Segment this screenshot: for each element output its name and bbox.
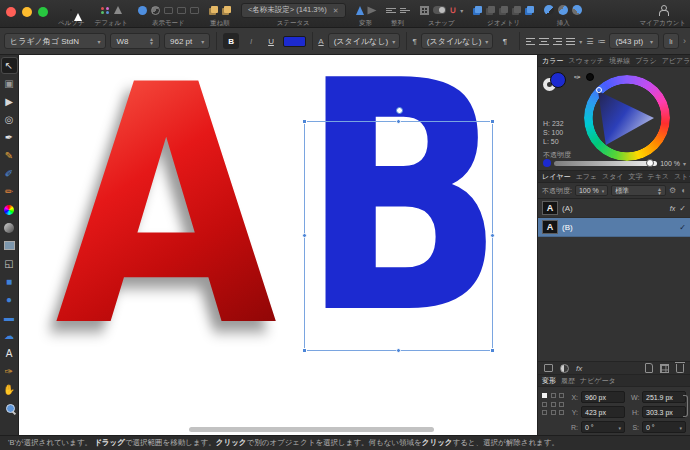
selection-handle-ne[interactable]	[490, 119, 495, 124]
snap-options-caret-icon[interactable]: ▾	[460, 7, 463, 14]
my-account-icon[interactable]	[658, 5, 668, 15]
vector-brush-tool-icon[interactable]: ✐	[1, 165, 18, 182]
character-style-select[interactable]: (スタイルなし)	[328, 33, 400, 49]
color-picker-tool-icon[interactable]: ✑	[1, 363, 18, 380]
color-opacity-value[interactable]: 100 %	[660, 160, 680, 167]
move-forward-icon[interactable]	[209, 6, 218, 15]
tab-layers[interactable]: レイヤー	[542, 172, 571, 182]
pixel-view-icon[interactable]	[151, 6, 160, 15]
new-layer-icon[interactable]	[645, 363, 653, 373]
italic-button[interactable]: I	[243, 33, 259, 49]
blend-options-gear-icon[interactable]: ⚙	[669, 186, 676, 195]
snap-toggle-icon[interactable]	[433, 6, 446, 14]
link-dimensions-icon[interactable]	[683, 395, 688, 417]
boolean-divide-icon[interactable]	[512, 6, 521, 15]
align-left-icon[interactable]	[386, 8, 396, 13]
delete-layer-icon[interactable]	[676, 364, 684, 373]
node-preset-icon[interactable]	[114, 6, 122, 14]
paragraph-style-select[interactable]: (スタイルなし)	[421, 33, 493, 49]
tab-text-styles[interactable]: テキス	[648, 172, 670, 182]
layer-row-a[interactable]: A (A) fx	[538, 199, 690, 218]
boolean-subtract-icon[interactable]	[486, 6, 495, 15]
font-weight-stepper-icon[interactable]: ▲▼	[149, 37, 154, 45]
leading-select[interactable]: (543 pt)	[609, 33, 659, 49]
align-right-text-icon[interactable]	[553, 37, 562, 46]
close-window-button[interactable]	[6, 7, 16, 17]
adjustment-layer-icon[interactable]	[560, 364, 569, 373]
new-group-icon[interactable]	[660, 364, 669, 373]
align-top-icon[interactable]	[400, 8, 410, 13]
text-color-swatch[interactable]	[283, 36, 305, 47]
numbered-list-icon[interactable]: ≔	[597, 37, 605, 46]
layer-b-visibility-checkbox[interactable]	[679, 223, 686, 232]
move-backward-icon[interactable]	[222, 6, 231, 15]
opacity-slider-knob[interactable]	[646, 159, 654, 167]
tab-appearance[interactable]: アピアランス	[662, 56, 690, 66]
tab-swatches[interactable]: スウォッチ	[568, 56, 604, 66]
align-center-text-icon[interactable]	[539, 37, 548, 46]
zoom-window-button[interactable]	[38, 7, 48, 17]
magnet-icon[interactable]: ∪	[450, 6, 457, 15]
opacity-caret-icon[interactable]: ▾	[683, 160, 686, 167]
pencil-tool-icon[interactable]: ✎	[1, 147, 18, 164]
bold-button[interactable]: B	[223, 33, 239, 49]
hand-tool-icon[interactable]: ✋	[1, 381, 18, 398]
document-title-pill[interactable]: <名称未設定> (141.3%)	[241, 3, 346, 18]
y-input[interactable]: 423 px	[581, 406, 625, 418]
tab-color[interactable]: カラー	[542, 56, 563, 66]
vector-view-icon[interactable]	[138, 6, 147, 15]
bullet-list-icon[interactable]: ☰	[586, 37, 593, 46]
layer-effects-icon[interactable]: fx	[576, 364, 582, 373]
place-image-tool-icon[interactable]	[1, 237, 18, 254]
tab-styles[interactable]: スタイ	[602, 172, 624, 182]
x-input[interactable]: 960 px	[581, 391, 625, 403]
node-tool-icon[interactable]: ▶	[1, 93, 18, 110]
selection-handle-s[interactable]	[396, 348, 401, 353]
close-document-icon[interactable]	[333, 6, 339, 15]
layer-a-fx-badge[interactable]: fx	[670, 205, 675, 212]
mask-layer-icon[interactable]	[544, 364, 553, 372]
fill-gradient-tool-icon[interactable]	[1, 201, 18, 218]
selection-handle-e[interactable]	[490, 233, 495, 238]
move-tool-icon[interactable]: ↖	[1, 57, 18, 74]
zoom-tool-icon[interactable]	[1, 399, 18, 416]
opacity-slider[interactable]	[554, 161, 657, 166]
rounded-rectangle-tool-icon[interactable]: ▬	[1, 309, 18, 326]
split-view-icon[interactable]	[164, 7, 173, 14]
r-input[interactable]: 0 °	[581, 421, 625, 433]
font-size-select[interactable]: 962 pt	[164, 33, 210, 49]
insert-behind-icon[interactable]	[558, 5, 568, 15]
custom-shape-tool-icon[interactable]: ☁	[1, 327, 18, 344]
align-justify-text-icon[interactable]	[566, 37, 575, 46]
rectangle-tool-icon[interactable]: ■	[1, 273, 18, 290]
fill-swatch-icon[interactable]	[550, 72, 566, 88]
layer-row-b-selected[interactable]: A (B)	[538, 218, 690, 237]
tab-stroke[interactable]: 境界線	[609, 56, 630, 66]
rotation-handle[interactable]	[396, 107, 403, 114]
color-dots-icon[interactable]	[101, 7, 110, 14]
horizontal-scrollbar[interactable]	[189, 427, 434, 432]
insert-inside-icon[interactable]	[544, 5, 554, 15]
designer-persona-button[interactable]	[70, 9, 72, 11]
blend-ranges-icon[interactable]: ◐	[681, 186, 686, 195]
selection-handle-w[interactable]	[302, 233, 307, 238]
selection-handle-sw[interactable]	[302, 348, 307, 353]
align-left-text-icon[interactable]	[526, 37, 535, 46]
boolean-intersect-icon[interactable]	[499, 6, 508, 15]
ellipse-tool-icon[interactable]: ●	[1, 291, 18, 308]
crop-tool-icon[interactable]: ◱	[1, 255, 18, 272]
boolean-add-icon[interactable]	[473, 6, 482, 15]
flip-vertical-icon[interactable]	[367, 6, 376, 14]
picked-color-well[interactable]	[586, 73, 594, 81]
artboard-tool-icon[interactable]: ▣	[1, 75, 18, 92]
toolbar-overflow-icon[interactable]: ›	[683, 36, 686, 46]
anchor-point-selector[interactable]	[542, 393, 566, 417]
h-input[interactable]: 303.3 px	[642, 406, 686, 418]
tab-navigator[interactable]: ナビゲータ	[580, 376, 616, 386]
insert-ontop-icon[interactable]	[572, 5, 582, 15]
grid-icon[interactable]	[420, 6, 429, 15]
tab-history[interactable]: 履歴	[561, 376, 575, 386]
paint-brush-tool-icon[interactable]: ✏	[1, 183, 18, 200]
outline-view-icon[interactable]	[177, 7, 186, 14]
minimize-window-button[interactable]	[22, 7, 32, 17]
